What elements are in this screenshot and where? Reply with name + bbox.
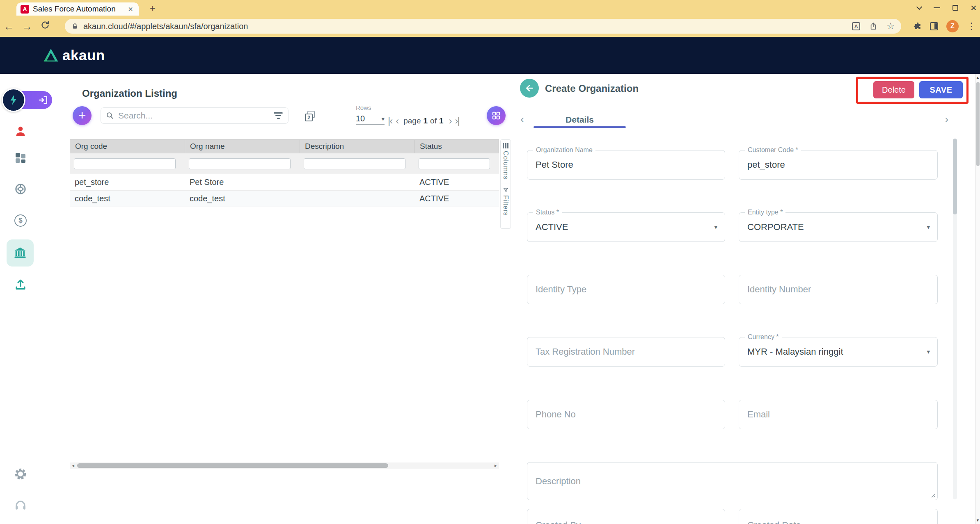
first-page-button[interactable]: |‹ bbox=[388, 116, 392, 126]
window-close-icon[interactable]: × bbox=[971, 2, 977, 13]
translate-icon[interactable]: A bbox=[852, 22, 860, 30]
sidebar-item-finance[interactable]: $ bbox=[0, 214, 41, 227]
tab-close-icon[interactable]: × bbox=[126, 5, 135, 14]
chevron-down-icon: ▾ bbox=[927, 348, 930, 355]
new-tab-button[interactable]: + bbox=[146, 2, 159, 14]
dollar-icon: $ bbox=[14, 214, 27, 227]
side-panel-icon[interactable] bbox=[930, 22, 938, 30]
minimize-icon[interactable] bbox=[934, 7, 940, 8]
currency-select[interactable]: Currency * MYR - Malaysian ringgit ▾ bbox=[739, 337, 938, 367]
browser-menu-icon[interactable]: ⋮ bbox=[967, 21, 976, 32]
bookmark-star-icon[interactable]: ☆ bbox=[886, 21, 895, 32]
address-bar[interactable]: akaun.cloud/#/applets/akaun/sfa/organiza… bbox=[65, 19, 901, 34]
tab-search-icon[interactable] bbox=[916, 4, 922, 10]
sidebar-item-organization-active[interactable] bbox=[7, 239, 34, 267]
rows-per-page-select[interactable]: 10 ▾ bbox=[356, 113, 385, 125]
total-pages-number: 1 bbox=[439, 116, 444, 125]
page-scrollbar-thumb[interactable] bbox=[976, 82, 980, 166]
column-header-description[interactable]: Description bbox=[300, 140, 415, 153]
form-scrollbar[interactable] bbox=[953, 139, 957, 499]
refresh-icon[interactable] bbox=[36, 20, 54, 33]
column-header-org-code[interactable]: Org code bbox=[70, 140, 185, 153]
resize-handle-icon[interactable] bbox=[930, 492, 935, 498]
tax-registration-number-field[interactable]: Tax Registration Number bbox=[527, 337, 725, 367]
chevron-down-icon: ▾ bbox=[927, 223, 930, 231]
customer-code-field[interactable]: Customer Code * pet_store bbox=[739, 150, 938, 180]
add-organization-button[interactable]: + bbox=[73, 106, 92, 125]
table-filter-row bbox=[70, 153, 499, 174]
email-field[interactable]: Email bbox=[739, 400, 938, 429]
filter-org-name-input[interactable] bbox=[189, 158, 291, 169]
sidebar-item-settings[interactable] bbox=[0, 467, 41, 481]
maximize-icon[interactable] bbox=[953, 5, 958, 11]
table-row[interactable]: code_test code_test ACTIVE bbox=[70, 191, 499, 207]
scroll-up-icon[interactable]: ▲ bbox=[975, 75, 980, 80]
hscroll-thumb[interactable] bbox=[77, 463, 388, 468]
app-header: akaun bbox=[0, 37, 980, 74]
active-applet-icon[interactable] bbox=[2, 88, 25, 112]
last-page-button[interactable]: ›| bbox=[455, 116, 459, 126]
delete-button[interactable]: Delete bbox=[873, 81, 914, 98]
back-button[interactable] bbox=[520, 79, 539, 98]
column-header-status[interactable]: Status bbox=[415, 140, 499, 153]
scroll-down-icon[interactable]: ▼ bbox=[975, 518, 980, 522]
created-date-field[interactable]: Created Date bbox=[739, 509, 938, 524]
previous-page-button[interactable]: ‹ bbox=[396, 116, 398, 126]
page-scrollbar[interactable]: ▲ ▼ bbox=[975, 74, 980, 524]
search-field[interactable] bbox=[101, 107, 289, 124]
forward-icon[interactable]: → bbox=[18, 20, 36, 33]
back-icon[interactable]: ← bbox=[0, 20, 18, 33]
lightning-bolt-icon bbox=[7, 94, 20, 106]
horizontal-scrollbar[interactable]: ◄ ► bbox=[70, 462, 499, 469]
form-scrollbar-thumb[interactable] bbox=[953, 139, 957, 214]
wheel-icon bbox=[14, 182, 27, 196]
login-arrow-icon bbox=[38, 95, 48, 105]
browser-window: A Sales Force Automation × + × ← → akaun… bbox=[0, 0, 980, 524]
extensions-icon[interactable] bbox=[913, 22, 922, 31]
next-page-button[interactable]: › bbox=[449, 116, 451, 126]
filter-org-code-input[interactable] bbox=[74, 158, 176, 169]
share-icon[interactable] bbox=[869, 22, 877, 30]
filter-status-input[interactable] bbox=[419, 158, 490, 169]
save-button[interactable]: SAVE bbox=[919, 81, 963, 98]
sidebar-item-helm[interactable] bbox=[0, 182, 41, 196]
table-row[interactable]: pet_store Pet Store ACTIVE bbox=[70, 174, 499, 191]
organization-listing-panel: Organization Listing + 2 Rows 10 ▾ bbox=[42, 74, 513, 524]
status-select[interactable]: Status * ACTIVE ▾ bbox=[527, 212, 725, 242]
browser-tab[interactable]: A Sales Force Automation × bbox=[16, 2, 139, 16]
create-organization-panel: Create Organization Delete SAVE ‹ Detail… bbox=[513, 74, 975, 524]
tabs-scroll-left-icon[interactable]: ‹ bbox=[520, 113, 524, 126]
upload-icon bbox=[14, 278, 27, 291]
columns-toggle[interactable]: Columns bbox=[502, 151, 509, 180]
sidebar-item-sfa[interactable] bbox=[0, 125, 41, 138]
filters-toggle[interactable]: Filters bbox=[502, 195, 509, 216]
sidebar-item-support[interactable] bbox=[0, 499, 41, 512]
rows-value: 10 bbox=[356, 114, 365, 123]
tab-title: Sales Force Automation bbox=[33, 5, 123, 14]
identity-type-field[interactable]: Identity Type bbox=[527, 275, 725, 304]
created-by-field[interactable]: Created By bbox=[527, 509, 725, 524]
grid-view-button[interactable] bbox=[487, 106, 506, 125]
browser-profile-avatar[interactable]: Z bbox=[946, 20, 959, 32]
phone-no-field[interactable]: Phone No bbox=[527, 400, 725, 429]
description-field[interactable]: Description bbox=[527, 462, 938, 500]
filter-list-icon[interactable] bbox=[273, 112, 283, 118]
sidebar-item-upload[interactable] bbox=[0, 278, 41, 291]
scroll-left-icon[interactable]: ◄ bbox=[70, 463, 76, 468]
chevron-down-icon: ▾ bbox=[714, 223, 717, 231]
duplicate-view-icon[interactable]: 2 bbox=[305, 111, 316, 121]
organization-name-field[interactable]: Organization Name Pet Store bbox=[527, 150, 725, 180]
entity-type-select[interactable]: Entity type * CORPORATE ▾ bbox=[739, 212, 938, 242]
sidebar-item-dashboard[interactable] bbox=[0, 151, 41, 164]
browser-toolbar: ← → akaun.cloud/#/applets/akaun/sfa/orga… bbox=[0, 16, 980, 37]
scroll-right-icon[interactable]: ► bbox=[492, 463, 499, 468]
url-text[interactable]: akaun.cloud/#/applets/akaun/sfa/organiza… bbox=[83, 22, 847, 31]
tab-details[interactable]: Details bbox=[534, 111, 626, 128]
brand-logo[interactable]: akaun bbox=[43, 47, 105, 64]
search-input[interactable] bbox=[118, 111, 269, 121]
filter-description-input[interactable] bbox=[304, 158, 405, 169]
tabs-scroll-right-icon[interactable]: › bbox=[945, 113, 948, 126]
column-header-org-name[interactable]: Org name bbox=[185, 140, 300, 153]
window-controls: × bbox=[917, 0, 977, 16]
identity-number-field[interactable]: Identity Number bbox=[739, 275, 938, 304]
